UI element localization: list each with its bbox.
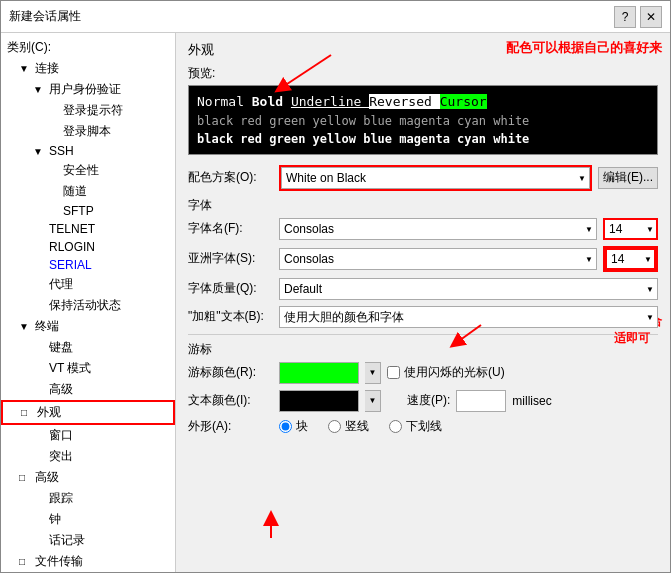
sidebar-item-tunnel[interactable]: 随道 — [1, 181, 175, 202]
sidebar-item-label: 外观 — [37, 404, 61, 421]
dialog-body: 类别(C): ▼ 连接 ▼ 用户身份验证 登录提示符 登录脚本 ▼ SSH — [1, 33, 670, 572]
cursor-color-row: 游标颜色(R): ▼ 使用闪烁的光标(U) — [188, 362, 658, 384]
preview-label: 预览: — [188, 65, 658, 82]
sidebar-item-login-prompt[interactable]: 登录提示符 — [1, 100, 175, 121]
preview-cursor: Cursor — [440, 94, 487, 109]
section-title: 外观 — [188, 41, 658, 59]
dialog-title: 新建会话属性 — [9, 8, 81, 25]
cursor-blink-checkbox[interactable] — [387, 366, 400, 379]
sidebar-item-keepalive[interactable]: 保持活动状态 — [1, 295, 175, 316]
sidebar-item-highlight[interactable]: 突出 — [1, 446, 175, 467]
font-quality-select[interactable]: Default — [279, 278, 658, 300]
sidebar-item-sftp[interactable]: SFTP — [1, 202, 175, 220]
sidebar-item-label: 高级 — [35, 469, 59, 486]
edit-scheme-button[interactable]: 编辑(E)... — [598, 167, 658, 189]
sidebar-item-terminal[interactable]: ▼ 终端 — [1, 316, 175, 337]
font-size-wrapper: 14 — [603, 218, 658, 240]
cursor-shape-radio-group: 块 竖线 下划线 — [279, 418, 442, 435]
divider — [188, 334, 658, 335]
sidebar-item-file-transfer[interactable]: □ 文件传输 — [1, 551, 175, 572]
sidebar-item-appearance[interactable]: □ 外观 — [1, 400, 175, 425]
sidebar-item-window[interactable]: 窗口 — [1, 425, 175, 446]
preview-reversed: Reversed — [369, 94, 439, 109]
sidebar-item-serial[interactable]: SERIAL — [1, 256, 175, 274]
speed-label: 速度(P): — [407, 392, 450, 409]
sidebar-item-rlogin[interactable]: RLOGIN — [1, 238, 175, 256]
collapse-icon: □ — [19, 556, 33, 567]
font-quality-select-wrapper: Default — [279, 278, 658, 300]
font-asia-row: 亚洲字体(S): Consolas 14 — [188, 246, 658, 272]
speed-input[interactable] — [456, 390, 506, 412]
cursor-text-row: 文本颜色(I): ▼ 速度(P): millisec — [188, 390, 658, 412]
font-quality-label: 字体质量(Q): — [188, 280, 273, 297]
preview-underline: Underline — [291, 94, 369, 109]
font-bold-select[interactable]: 使用大胆的颜色和字体 — [279, 306, 658, 328]
font-asia-size-wrapper: 14 — [603, 246, 658, 272]
scheme-row: 配色方案(O): White on Black 编辑(E)... — [188, 165, 658, 191]
collapse-icon: ▼ — [33, 84, 47, 95]
font-section-label: 字体 — [188, 197, 658, 214]
sidebar-item-vt-mode[interactable]: VT 模式 — [1, 358, 175, 379]
sidebar-item-label: 登录脚本 — [63, 123, 111, 140]
font-bold-select-wrapper: 使用大胆的颜色和字体 — [279, 306, 658, 328]
collapse-icon: □ — [21, 407, 35, 418]
font-asia-select[interactable]: Consolas — [279, 248, 597, 270]
sidebar-item-advanced-main[interactable]: □ 高级 — [1, 467, 175, 488]
collapse-icon: ▼ — [33, 146, 47, 157]
cursor-section-label: 游标 — [188, 341, 658, 358]
title-bar-buttons: ? ✕ — [614, 6, 662, 28]
font-asia-size-select[interactable]: 14 — [605, 248, 656, 270]
cursor-shape-row: 外形(A): 块 竖线 下划线 — [188, 418, 658, 435]
sidebar-item-proxy[interactable]: 代理 — [1, 274, 175, 295]
preview-bold: Bold — [252, 94, 291, 109]
sidebar-item-label: 突出 — [49, 448, 73, 465]
cursor-shape-bar-radio[interactable] — [328, 420, 341, 433]
close-button[interactable]: ✕ — [640, 6, 662, 28]
cursor-text-dropdown-btn[interactable]: ▼ — [365, 390, 381, 412]
cursor-color-swatch[interactable] — [279, 362, 359, 384]
cursor-color-dropdown-btn[interactable]: ▼ — [365, 362, 381, 384]
sidebar-item-clock[interactable]: 钟 — [1, 509, 175, 530]
sidebar-item-telnet[interactable]: TELNET — [1, 220, 175, 238]
sidebar-item-label: 登录提示符 — [63, 102, 123, 119]
sidebar-item-advanced-term[interactable]: 高级 — [1, 379, 175, 400]
category-label: 类别(C): — [1, 37, 175, 58]
sidebar-item-label: 钟 — [49, 511, 61, 528]
sidebar-item-login-script[interactable]: 登录脚本 — [1, 121, 175, 142]
sidebar-item-keyboard[interactable]: 键盘 — [1, 337, 175, 358]
cursor-text-label: 文本颜色(I): — [188, 392, 273, 409]
font-quality-row: 字体质量(Q): Default — [188, 278, 658, 300]
sidebar-item-label: 终端 — [35, 318, 59, 335]
sidebar-item-tracking[interactable]: 跟踪 — [1, 488, 175, 509]
sidebar-item-connection[interactable]: ▼ 连接 — [1, 58, 175, 79]
sidebar-item-security[interactable]: 安全性 — [1, 160, 175, 181]
cursor-blink-text: 使用闪烁的光标(U) — [404, 364, 505, 381]
scheme-label: 配色方案(O): — [188, 169, 273, 186]
font-name-select[interactable]: Consolas — [279, 218, 597, 240]
sidebar-item-label: SFTP — [63, 204, 94, 218]
sidebar-item-label: 代理 — [49, 276, 73, 293]
sidebar-item-label: SERIAL — [49, 258, 92, 272]
cursor-shape-bar-text: 竖线 — [345, 418, 369, 435]
preview-line3: black red green yellow blue magenta cyan… — [197, 130, 649, 148]
sidebar-item-session-log[interactable]: 话记录 — [1, 530, 175, 551]
scheme-select[interactable]: White on Black — [281, 167, 590, 189]
millisec-label: millisec — [512, 394, 551, 408]
cursor-shape-block-text: 块 — [296, 418, 308, 435]
sidebar-item-ssh[interactable]: ▼ SSH — [1, 142, 175, 160]
cursor-shape-block-radio[interactable] — [279, 420, 292, 433]
font-asia-label: 亚洲字体(S): — [188, 250, 273, 267]
font-size-select[interactable]: 14 — [603, 218, 658, 240]
cursor-shape-underline-label: 下划线 — [389, 418, 442, 435]
sidebar-item-auth[interactable]: ▼ 用户身份验证 — [1, 79, 175, 100]
cursor-blink-label: 使用闪烁的光标(U) — [387, 364, 505, 381]
sidebar-item-label: 安全性 — [63, 162, 99, 179]
font-name-select-wrapper: Consolas — [279, 218, 597, 240]
font-bold-row: "加粗"文本(B): 使用大胆的颜色和字体 — [188, 306, 658, 328]
cursor-shape-underline-radio[interactable] — [389, 420, 402, 433]
cursor-text-swatch[interactable] — [279, 390, 359, 412]
help-button[interactable]: ? — [614, 6, 636, 28]
sidebar-item-label: 键盘 — [49, 339, 73, 356]
font-asia-select-wrapper: Consolas — [279, 248, 597, 270]
preview-normal: Normal — [197, 94, 252, 109]
